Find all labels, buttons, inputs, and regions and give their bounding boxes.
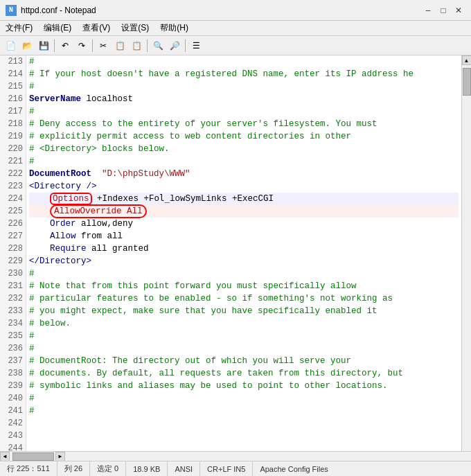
scroll-left-arrow[interactable]: ◀	[0, 452, 10, 461]
line-number: 232	[3, 292, 23, 305]
code-line: AllowOverride All	[29, 205, 459, 218]
code-line: #	[29, 330, 459, 342]
status-selection: 选定 0	[90, 461, 126, 476]
separator-2	[92, 39, 93, 52]
status-bar: 行 225：511 列 26 选定 0 18.9 KB ANSI CR+LF I…	[0, 461, 471, 476]
line-number: 222	[3, 168, 23, 180]
code-line: Allow from all	[29, 230, 459, 243]
line-number: 238	[3, 367, 23, 380]
code-line: # particular features to be enabled - so…	[29, 292, 459, 305]
code-line: #	[29, 405, 459, 417]
maximize-button[interactable]: □	[436, 3, 450, 17]
line-number: 240	[3, 392, 23, 405]
line-number: 224	[3, 193, 23, 205]
line-numbers: 2132142152162172182192202212222232242252…	[0, 55, 26, 451]
status-size: 18.9 KB	[126, 461, 168, 476]
menu-view[interactable]: 查看(V)	[77, 21, 116, 35]
scroll-up-arrow[interactable]: ▲	[462, 55, 472, 65]
status-encoding: ANSI	[168, 461, 200, 476]
line-number: 244	[3, 442, 23, 451]
vertical-scrollbar[interactable]: ▲	[461, 55, 471, 451]
code-line: # If your host doesn't have a registered…	[29, 68, 459, 80]
open-button[interactable]: 📂	[19, 38, 35, 53]
line-number: 234	[3, 317, 23, 330]
code-line: # DocumentRoot: The directory out of whi…	[29, 355, 459, 367]
line-number: 239	[3, 380, 23, 392]
line-number: 219	[3, 130, 23, 143]
redo-button[interactable]: ↷	[74, 38, 89, 53]
window-controls[interactable]: – □ ✕	[421, 3, 465, 17]
line-number: 227	[3, 230, 23, 243]
line-number: 236	[3, 342, 23, 355]
code-line: #	[29, 55, 459, 68]
menu-bar: 文件(F) 编辑(E) 查看(V) 设置(S) 帮助(H)	[0, 21, 471, 36]
app-icon: N	[6, 5, 17, 16]
line-number: 233	[3, 305, 23, 317]
extra-button[interactable]: ☰	[188, 38, 204, 53]
code-line: #	[29, 105, 459, 118]
separator-4	[185, 39, 186, 52]
line-number: 221	[3, 155, 23, 168]
line-number: 215	[3, 80, 23, 93]
code-line: #	[29, 155, 459, 168]
status-col: 列 26	[57, 461, 90, 476]
copy-button[interactable]: 📋	[112, 38, 127, 53]
code-line: # below.	[29, 317, 459, 330]
line-number: 230	[3, 267, 23, 280]
scroll-thumb-horizontal[interactable]	[12, 452, 54, 461]
code-area[interactable]: ## If your host doesn't have a registere…	[26, 55, 461, 451]
menu-edit[interactable]: 编辑(E)	[38, 21, 77, 35]
line-number: 220	[3, 143, 23, 155]
line-number: 217	[3, 105, 23, 118]
line-number: 241	[3, 405, 23, 417]
undo-button[interactable]: ↶	[57, 38, 73, 53]
close-button[interactable]: ✕	[452, 3, 465, 17]
line-number: 213	[3, 55, 23, 68]
window-title: httpd.conf - Notepad	[21, 6, 96, 15]
scroll-thumb-vertical[interactable]	[463, 68, 471, 96]
line-number: 216	[3, 93, 23, 105]
code-line: # Deny access to the entirety of your se…	[29, 118, 459, 130]
menu-help[interactable]: 帮助(H)	[154, 21, 194, 35]
cut-button[interactable]: ✂	[96, 38, 111, 53]
line-number: 214	[3, 68, 23, 80]
code-line: #	[29, 80, 459, 93]
code-line: # <Directory> blocks below.	[29, 143, 459, 155]
status-line-ending: CR+LF IN5	[200, 461, 253, 476]
editor-container: 2132142152162172182192202212222232242252…	[0, 55, 471, 451]
new-button[interactable]: 📄	[3, 38, 18, 53]
save-button[interactable]: 💾	[36, 38, 51, 53]
code-line: Require all granted	[29, 243, 459, 255]
separator-3	[147, 39, 148, 52]
find-button[interactable]: 🔍	[150, 38, 166, 53]
zoom-button[interactable]: 🔎	[167, 38, 182, 53]
menu-file[interactable]: 文件(F)	[0, 21, 38, 35]
line-number: 235	[3, 330, 23, 342]
line-number: 237	[3, 355, 23, 367]
line-number: 229	[3, 255, 23, 267]
line-number: 218	[3, 118, 23, 130]
code-line: #	[29, 392, 459, 405]
horizontal-scrollbar[interactable]: ◀ ▶	[0, 451, 471, 461]
title-bar-left: N httpd.conf - Notepad	[6, 5, 96, 16]
code-line: Options +Indexes +Fol̲lowSymLinks +ExecC…	[29, 193, 459, 205]
paste-button[interactable]: 📋	[129, 38, 144, 53]
code-line: # you might expect, make sure that you h…	[29, 305, 459, 317]
status-file-type: Apache Config Files	[253, 461, 335, 476]
minimize-button[interactable]: –	[421, 3, 435, 17]
line-number: 228	[3, 243, 23, 255]
line-number: 243	[3, 430, 23, 442]
code-line: # explicitly permit access to web conten…	[29, 130, 459, 143]
code-line: #	[29, 267, 459, 280]
code-line: DocumentRoot "D:\phpStudy\WWW"	[29, 168, 459, 180]
toolbar: 📄 📂 💾 ↶ ↷ ✂ 📋 📋 🔍 🔎 ☰	[0, 36, 471, 55]
line-number: 225	[3, 205, 23, 218]
code-line: </Directory>	[29, 255, 459, 267]
code-line: # documents. By default, all requests ar…	[29, 367, 459, 380]
line-number: 223	[3, 180, 23, 193]
line-number: 226	[3, 218, 23, 230]
menu-settings[interactable]: 设置(S)	[116, 21, 154, 35]
scroll-right-arrow[interactable]: ▶	[55, 452, 65, 461]
code-line: #	[29, 342, 459, 355]
status-row-col: 行 225：511	[0, 461, 57, 476]
